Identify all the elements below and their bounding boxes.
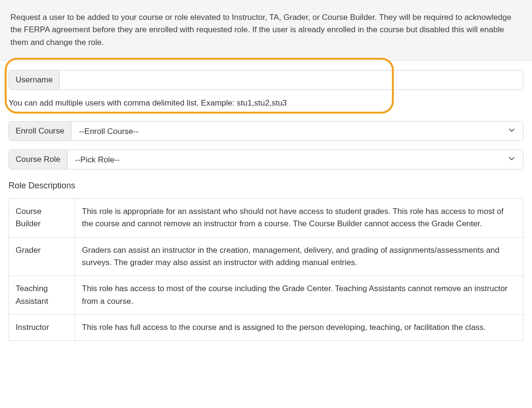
role-name-cell: Teaching Assistant (9, 276, 75, 315)
username-help-text: You can add multiple users with comma de… (9, 98, 523, 108)
role-descriptions-heading: Role Descriptions (9, 181, 523, 191)
role-desc-cell: This role is appropriate for an assistan… (75, 199, 523, 238)
form-area: Username You can add multiple users with… (0, 61, 532, 341)
username-label: Username (9, 71, 60, 89)
role-desc-cell: Graders can assist an instructor in the … (75, 237, 523, 276)
enroll-course-label: Enroll Course (9, 122, 71, 141)
course-role-label: Course Role (9, 150, 68, 169)
role-desc-cell: This role has access to most of the cour… (75, 276, 523, 315)
username-block: Username You can add multiple users with… (9, 61, 523, 108)
table-row: Course Builder This role is appropriate … (9, 199, 523, 238)
course-role-select[interactable]: --Pick Role-- (68, 150, 523, 169)
username-field-row: Username (9, 70, 523, 90)
role-descriptions-table: Course Builder This role is appropriate … (9, 198, 523, 341)
course-role-field-row: Course Role --Pick Role-- (9, 150, 523, 169)
role-name-cell: Grader (9, 237, 75, 276)
table-row: Grader Graders can assist an instructor … (9, 237, 523, 276)
role-name-cell: Course Builder (9, 199, 75, 238)
enroll-course-field-row: Enroll Course --Enroll Course-- (9, 121, 523, 141)
enroll-course-select[interactable]: --Enroll Course-- (71, 122, 523, 141)
table-row: Teaching Assistant This role has access … (9, 276, 523, 315)
table-row: Instructor This role has full access to … (9, 315, 523, 341)
role-desc-cell: This role has full access to the course … (75, 315, 523, 341)
intro-description: Request a user to be added to your cours… (0, 0, 532, 61)
username-input[interactable] (60, 71, 523, 89)
role-name-cell: Instructor (9, 315, 75, 341)
